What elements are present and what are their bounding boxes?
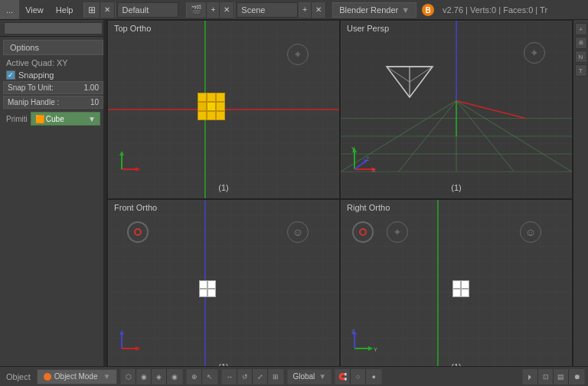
viewport-top-ortho[interactable]: ✦ Top Ortho (1) [107, 20, 340, 199]
viewport-user-persp[interactable]: ✦ X Y Z User Persp (1) [340, 20, 573, 199]
editor-close-btn[interactable]: ✕ [100, 2, 115, 18]
solid-btn[interactable]: ◉ [136, 369, 152, 384]
user-persp-axis: X Y Z [347, 146, 381, 177]
sidebar-resize-handle[interactable] [103, 20, 106, 378]
menu-view[interactable]: ... [0, 0, 19, 19]
camera-object [379, 59, 440, 105]
render-engine-select[interactable]: Blender Render ▼ [332, 2, 416, 18]
svg-marker-39 [136, 346, 140, 351]
transform-arrow: ▼ [318, 372, 326, 381]
snapping-row: ✓ Snapping [3, 69, 103, 81]
sidebar-search-input[interactable] [4, 22, 103, 34]
transform-orientation-select[interactable]: Global ▼ [287, 369, 332, 384]
primitives-select[interactable]: 🟧 Cube ▼ [31, 112, 100, 126]
front-ortho-axis [114, 327, 143, 356]
svg-marker-8 [119, 151, 124, 155]
right-panel-btn-3[interactable]: N [575, 51, 587, 63]
right-panel-btn-1[interactable]: + [575, 23, 587, 35]
snap-circle-front-left [127, 221, 149, 243]
proportional-btn[interactable]: ○ [351, 369, 366, 384]
right-bottom-icons: ⏵ ⊡ ▤ ⏺ [522, 369, 585, 384]
record-btn[interactable]: ⏺ [569, 369, 584, 384]
bottom-status-bar: Object Object Mode ▼ ⬡ ◉ ◈ ◉ ⊕ ↖ ↔ ↺ ⤢ ⊞… [0, 366, 588, 386]
scene-icon-group: 🎬 + ✕ [186, 2, 235, 18]
texture-btn[interactable]: ◈ [152, 369, 167, 384]
active-quad-label: Active Quad: XY [3, 57, 103, 69]
left-sidebar: Options Active Quad: XY ✓ Snapping Snap … [0, 20, 107, 378]
manip-handle-button[interactable]: Manip Handle : 10 [3, 96, 103, 109]
snapping-label: Snapping [18, 70, 54, 80]
editor-icon-group: ⊞ ✕ [83, 2, 116, 18]
scene-add-btn[interactable]: + [299, 2, 312, 18]
sidebar-content: Options Active Quad: XY ✓ Snapping Snap … [0, 37, 106, 378]
arrow-btn[interactable]: ↖ [202, 369, 217, 384]
scale-btn[interactable]: ⤢ [253, 369, 268, 384]
object-label: Object [3, 372, 34, 381]
viewport-front-ortho[interactable]: ☺ Front Ortho (1) [107, 199, 340, 378]
scene-del-btn[interactable]: ✕ [312, 2, 326, 18]
scene-group: 🎬 + ✕ Scene + ✕ [185, 2, 326, 18]
right-tools-group: ⏵ ⊡ ▤ ⏺ [522, 369, 585, 384]
cube-front-object [199, 280, 216, 297]
snap-circle-top: ✦ [287, 44, 309, 65]
scene-field[interactable]: Scene [237, 2, 298, 18]
right-panel: + ⊞ N T [573, 20, 588, 378]
timeline-btn[interactable]: ⏵ [523, 369, 538, 384]
move-btn[interactable]: ↔ [222, 369, 237, 384]
svg-marker-6 [136, 167, 140, 172]
sidebar-search-bar [0, 20, 106, 37]
scene-plus-btn[interactable]: + [207, 2, 220, 18]
proportional2-btn[interactable]: ● [366, 369, 381, 384]
top-ortho-counter: (1) [218, 183, 228, 192]
snapping-checkbox[interactable]: ✓ [6, 70, 15, 80]
cube-top-object [198, 93, 225, 120]
rendered-btn[interactable]: ◉ [167, 369, 182, 384]
sidebar-section: Options Active Quad: XY ✓ Snapping Snap … [0, 37, 106, 130]
face-icon-front: ☺ [287, 221, 309, 243]
options-button[interactable]: Options [3, 40, 103, 55]
svg-text:X: X [372, 168, 376, 173]
transform-btn[interactable]: ⊞ [268, 369, 283, 384]
right-ortho-axis: Y Z [347, 327, 381, 356]
snap-toggle-btn[interactable]: 🧲 [335, 369, 351, 384]
primitives-row: Primiti 🟧 Cube ▼ [3, 110, 103, 127]
mode-arrow: ▼ [103, 372, 111, 381]
snap-to-unit-button[interactable]: Snap To Unit: 1.00 [3, 81, 103, 94]
menu-help[interactable]: Help [50, 0, 80, 19]
user-persp-counter: (1) [451, 183, 461, 192]
object-mode-dot [44, 373, 51, 381]
right-panel-btn-4[interactable]: T [575, 64, 587, 77]
svg-text:Y: Y [374, 347, 377, 352]
svg-line-26 [410, 67, 433, 82]
editor-icon-btn[interactable]: ⊞ [84, 2, 100, 18]
anim-btn[interactable]: ▤ [554, 369, 569, 384]
editor-mode-field[interactable]: Default [117, 2, 178, 18]
wireframe-btn[interactable]: ⬡ [121, 369, 136, 384]
viewport-right-ortho[interactable]: ☺ ✦ Y Z Right Ortho (1) [340, 199, 573, 378]
viewport-area: ✦ Top Ortho (1) [107, 20, 573, 378]
frame-btn[interactable]: ⊡ [538, 369, 554, 384]
svg-text:Z: Z [351, 329, 355, 334]
cursor-btn[interactable]: ⊕ [187, 369, 202, 384]
engine-group: Blender Render ▼ [332, 2, 416, 18]
transform-label: Global [292, 372, 315, 381]
top-ortho-axis [114, 148, 143, 177]
top-menu-bar: ... View Help ⊞ ✕ Default 🎬 + ✕ Scene + … [0, 0, 588, 20]
svg-marker-41 [119, 330, 124, 335]
primitives-label: Primiti [6, 115, 28, 123]
origin-inner-right [359, 228, 367, 236]
object-mode-button[interactable]: Object Mode ▼ [37, 369, 118, 384]
svg-text:Z: Z [366, 156, 370, 162]
snap-circle-right-top: ✦ [387, 221, 408, 243]
manip-handle-value: 10 [90, 98, 99, 106]
cube-select-label: Cube [46, 115, 64, 123]
rotate-btn[interactable]: ↺ [237, 369, 253, 384]
scene-close-btn[interactable]: ✕ [220, 2, 234, 18]
version-info: v2.76 | Verts:0 | Faces:0 | Tr [436, 5, 554, 15]
svg-text:Y: Y [351, 146, 355, 152]
right-panel-btn-2[interactable]: ⊞ [575, 37, 587, 49]
viewport-shading-group: ⬡ ◉ ◈ ◉ [120, 369, 183, 384]
scene-icon-btn[interactable]: 🎬 [187, 2, 207, 18]
menu-view-2[interactable]: View [19, 0, 50, 19]
snap-to-unit-value: 1.00 [84, 83, 99, 92]
